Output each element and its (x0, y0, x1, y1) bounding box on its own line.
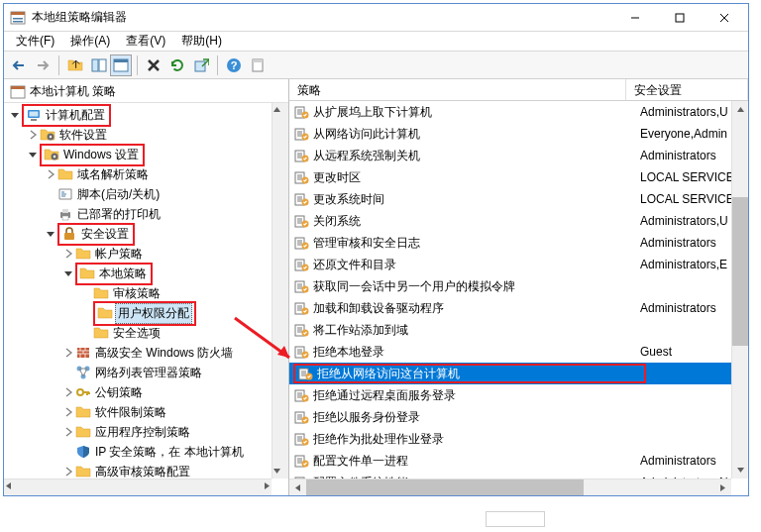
refresh-button[interactable] (166, 54, 188, 76)
chevron-right-icon[interactable] (26, 130, 40, 140)
scroll-thumb[interactable] (13, 479, 221, 495)
window: 本地组策略编辑器 文件(F) 操作(A) 查看(V) 帮助(H) (3, 3, 749, 496)
tree-label: 安全设置 (79, 225, 131, 244)
tree-label: 域名解析策略 (75, 165, 151, 184)
chevron-right-icon[interactable] (61, 427, 75, 437)
menu-help[interactable]: 帮助(H) (173, 31, 230, 52)
scroll-down-arrow-icon[interactable] (732, 462, 748, 479)
tree-item-adv-firewall[interactable]: 高级安全 Windows 防火墙 (4, 343, 288, 363)
close-button[interactable] (702, 7, 746, 29)
chevron-down-icon[interactable] (8, 110, 22, 120)
tree-item-software-restrict[interactable]: 软件限制策略 (4, 402, 288, 422)
policy-name: 拒绝以服务身份登录 (313, 409, 636, 426)
list-row[interactable]: 拒绝通过远程桌面服务登录 (289, 384, 748, 406)
minimize-button[interactable] (612, 7, 657, 29)
chevron-right-icon[interactable] (61, 407, 75, 417)
tree-item-account-policy[interactable]: 帐户策略 (4, 244, 288, 264)
tree-label: Windows 设置 (61, 146, 141, 164)
column-header-setting[interactable]: 安全设置 (626, 79, 748, 100)
maximize-button[interactable] (657, 7, 702, 29)
list-row[interactable]: 拒绝从网络访问这台计算机 (289, 363, 748, 384)
column-header-policy[interactable]: 策略 (289, 79, 626, 100)
tree-root[interactable]: 本地计算机 策略 (4, 81, 288, 103)
chevron-down-icon[interactable] (44, 229, 57, 239)
scroll-right-arrow-icon[interactable] (714, 479, 731, 495)
scroll-left-arrow-icon[interactable] (4, 479, 13, 495)
list-row[interactable]: 加载和卸载设备驱动程序Administrators (289, 297, 748, 319)
menu-view[interactable]: 查看(V) (118, 31, 173, 52)
tree-item-ip-security[interactable]: IP 安全策略，在 本地计算机 (4, 442, 288, 462)
list-row[interactable]: 获取同一会话中另一个用户的模拟令牌 (289, 275, 748, 297)
chevron-right-icon[interactable] (61, 348, 75, 358)
scroll-thumb[interactable] (272, 117, 288, 404)
tree-item-pubkey-policy[interactable]: 公钥策略 (4, 382, 288, 402)
scroll-thumb[interactable] (306, 479, 584, 495)
list-header: 策略 安全设置 (289, 79, 748, 101)
policy-root-icon (10, 84, 26, 100)
scroll-left-arrow-icon[interactable] (289, 479, 306, 495)
titlebar[interactable]: 本地组策略编辑器 (4, 4, 748, 32)
list-row[interactable]: 拒绝本地登录Guest (289, 341, 748, 363)
tree-item-windows-settings[interactable]: Windows 设置 (4, 145, 288, 164)
svg-rect-31 (13, 21, 23, 23)
tree-label: 软件限制策略 (93, 403, 168, 422)
list-row[interactable]: 配置文件单一进程Administrators (289, 450, 748, 472)
tree-item-local-policy[interactable]: 本地策略 (4, 264, 288, 283)
nav-back-button[interactable] (8, 54, 30, 76)
tree-label: 软件设置 (57, 126, 109, 145)
tree-item-dns-policy[interactable]: 域名解析策略 (4, 164, 288, 184)
menu-file[interactable]: 文件(F) (8, 31, 62, 52)
tree-item-user-rights[interactable]: 用户权限分配 (4, 303, 288, 323)
help-button[interactable] (223, 54, 245, 76)
list-row[interactable]: 从远程系统强制关机Administrators (289, 145, 748, 166)
taskbar-item[interactable] (486, 511, 545, 527)
list-row[interactable]: 将工作站添加到域 (289, 319, 748, 341)
export-button[interactable] (190, 54, 212, 76)
list-row[interactable]: 还原文件和目录Administrators,E (289, 254, 748, 275)
policy-name: 关闭系统 (313, 213, 636, 230)
view-toggle-a[interactable] (88, 54, 110, 76)
scroll-thumb[interactable] (732, 197, 748, 346)
policy-name: 加载和卸载设备驱动程序 (313, 300, 636, 317)
menu-action[interactable]: 操作(A) (62, 31, 118, 52)
policy-name: 从网络访问此计算机 (313, 126, 636, 143)
list-row[interactable]: 管理审核和安全日志Administrators (289, 232, 748, 254)
list-row[interactable]: 从扩展坞上取下计算机Administrators,U (289, 101, 748, 123)
scroll-right-arrow-icon[interactable] (263, 479, 272, 495)
tree-item-app-control[interactable]: 应用程序控制策略 (4, 422, 288, 442)
scroll-down-arrow-icon[interactable] (272, 465, 288, 479)
tree-item-security-settings[interactable]: 安全设置 (4, 224, 288, 244)
tree-item-network-list-mgr[interactable]: 网络列表管理器策略 (4, 363, 288, 382)
chevron-down-icon[interactable] (26, 150, 40, 160)
tree-vertical-scrollbar[interactable] (272, 103, 288, 479)
tree-item-deployed-printers[interactable]: 已部署的打印机 (4, 204, 288, 224)
view-toggle-b[interactable] (110, 54, 132, 76)
scroll-up-arrow-icon[interactable] (732, 101, 748, 118)
tree-item-security-options[interactable]: 安全选项 (4, 323, 288, 343)
nav-forward-button[interactable] (32, 54, 54, 76)
list-row[interactable]: 拒绝以服务身份登录 (289, 406, 748, 428)
list-row[interactable]: 更改系统时间LOCAL SERVICE, (289, 188, 748, 210)
list-vertical-scrollbar[interactable] (731, 101, 748, 479)
tree-item-scripts[interactable]: 脚本(启动/关机) (4, 184, 288, 204)
tree-horizontal-scrollbar[interactable] (4, 479, 272, 495)
list-row[interactable]: 更改时区LOCAL SERVICE, (289, 166, 748, 188)
properties-button[interactable] (247, 54, 269, 76)
chevron-right-icon[interactable] (61, 249, 75, 259)
chevron-right-icon[interactable] (61, 467, 75, 477)
up-level-button[interactable] (64, 54, 86, 76)
tree-item-computer-config[interactable]: 计算机配置 (4, 105, 288, 125)
list-horizontal-scrollbar[interactable] (289, 479, 731, 495)
list-row[interactable]: 关闭系统Administrators,U (289, 210, 748, 232)
delete-button[interactable] (143, 54, 164, 76)
policy-name: 更改时区 (313, 169, 636, 186)
chevron-right-icon[interactable] (44, 169, 57, 179)
list-row[interactable]: 从网络访问此计算机Everyone,Admin (289, 123, 748, 145)
folder-gear-icon (44, 147, 59, 162)
tree-item-software-settings[interactable]: 软件设置 (4, 125, 288, 145)
list-row[interactable]: 拒绝作为批处理作业登录 (289, 428, 748, 450)
svg-rect-29 (11, 12, 25, 15)
scroll-up-arrow-icon[interactable] (272, 103, 288, 117)
chevron-down-icon[interactable] (61, 268, 75, 278)
chevron-right-icon[interactable] (61, 387, 75, 397)
